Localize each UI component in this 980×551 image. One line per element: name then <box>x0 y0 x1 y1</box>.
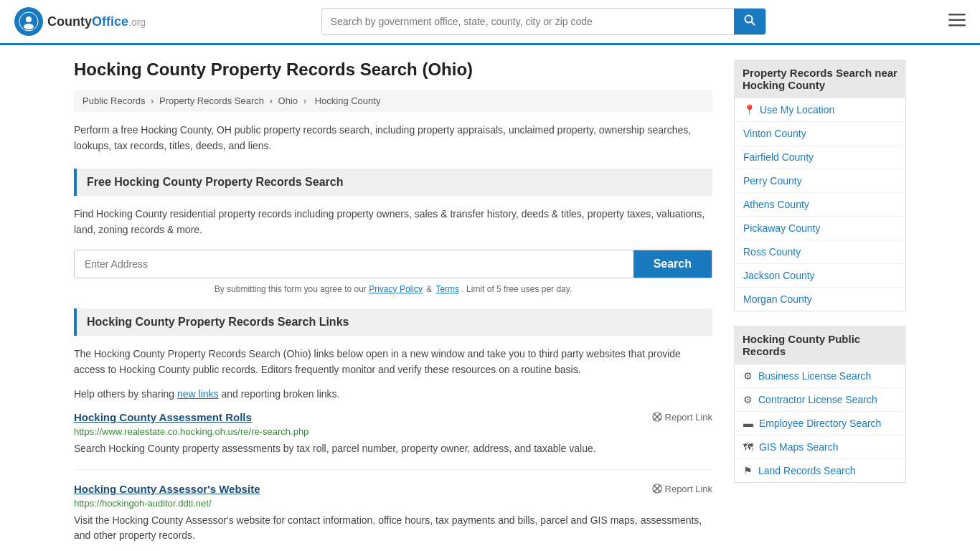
svg-point-3 <box>745 16 752 23</box>
report-link-button[interactable]: Report Link <box>652 484 712 494</box>
logo-area: CountyOffice.org <box>14 7 146 36</box>
public-records-list: ⚙ Business License Search ⚙ Contractor L… <box>734 364 906 483</box>
ross-county-link[interactable]: Ross County <box>743 246 801 258</box>
breadcrumb-current: Hocking County <box>315 95 381 106</box>
svg-line-4 <box>751 22 755 26</box>
free-search-desc: Find Hocking County residential property… <box>74 206 712 238</box>
page-title: Hocking County Property Records Search (… <box>74 60 712 80</box>
sidebar: Property Records Search near Hocking Cou… <box>734 60 906 551</box>
gear-icon: ⚙ <box>743 370 753 382</box>
new-links-link[interactable]: new links <box>177 388 219 400</box>
link-item: Hocking County Assessment Rolls Report L… <box>74 411 712 470</box>
logo-icon <box>14 7 43 36</box>
list-item: ⚙ Contractor License Search <box>735 388 905 412</box>
list-item: ⚙ Business License Search <box>735 364 905 388</box>
link-item-url: https://www.realestate.co.hocking.oh.us/… <box>74 426 712 437</box>
logo-text: CountyOffice.org <box>47 14 146 29</box>
perry-county-link[interactable]: Perry County <box>743 175 802 187</box>
athens-county-link[interactable]: Athens County <box>743 199 809 210</box>
nearby-counties-section: Property Records Search near Hocking Cou… <box>734 60 906 311</box>
link-item: Hocking County Assessor's Website Report… <box>74 483 712 551</box>
link-item-header: Hocking County Assessment Rolls Report L… <box>74 411 712 423</box>
land-icon: ⚑ <box>743 465 753 476</box>
fairfield-county-link[interactable]: Fairfield County <box>743 151 814 163</box>
breadcrumb-ohio[interactable]: Ohio <box>278 95 298 106</box>
public-records-header: Hocking County Public Records <box>734 326 906 364</box>
use-my-location-item[interactable]: 📍 Use My Location <box>735 98 905 122</box>
list-item: Jackson County <box>735 264 905 288</box>
vinton-county-link[interactable]: Vinton County <box>743 128 806 139</box>
directory-icon: ▬ <box>743 418 753 429</box>
links-section-header: Hocking County Property Records Search L… <box>74 309 712 336</box>
list-item: Morgan County <box>735 288 905 311</box>
employee-directory-link[interactable]: Employee Directory Search <box>759 418 881 429</box>
breadcrumb: Public Records › Property Records Search… <box>74 90 712 112</box>
global-search-bar[interactable] <box>321 8 766 35</box>
global-search-button[interactable] <box>734 9 765 34</box>
link-item-url: https://hockingoh-auditor.ddti.net/ <box>74 498 712 509</box>
list-item: Fairfield County <box>735 146 905 169</box>
link-item-desc: Search Hocking County property assessmen… <box>74 441 712 456</box>
list-item: ▬ Employee Directory Search <box>735 412 905 435</box>
nearby-counties-list: 📍 Use My Location Vinton County Fairfiel… <box>734 98 906 311</box>
page-container: Hocking County Property Records Search (… <box>60 45 920 551</box>
location-icon: 📍 <box>743 104 755 116</box>
links-share-text: Help others by sharing new links and rep… <box>74 386 712 402</box>
breadcrumb-property-records-search[interactable]: Property Records Search <box>159 95 264 106</box>
header: CountyOffice.org <box>0 0 980 45</box>
main-content: Hocking County Property Records Search (… <box>74 60 712 551</box>
svg-point-1 <box>26 17 32 22</box>
map-icon: 🗺 <box>743 441 753 453</box>
terms-link[interactable]: Terms <box>435 284 459 294</box>
links-intro: The Hocking County Property Records Sear… <box>74 346 712 378</box>
list-item: 🗺 GIS Maps Search <box>735 435 905 459</box>
jackson-county-link[interactable]: Jackson County <box>743 270 815 281</box>
gis-maps-link[interactable]: GIS Maps Search <box>759 441 839 453</box>
list-item: ⚑ Land Records Search <box>735 459 905 482</box>
svg-rect-7 <box>948 24 966 27</box>
list-item: Athens County <box>735 193 905 217</box>
list-item: Ross County <box>735 240 905 264</box>
svg-rect-6 <box>948 19 966 22</box>
list-item: Pickaway County <box>735 217 905 240</box>
address-search-form: Search <box>74 250 712 278</box>
search-button[interactable]: Search <box>633 250 712 278</box>
link-item-header: Hocking County Assessor's Website Report… <box>74 483 712 495</box>
intro-text: Perform a free Hocking County, OH public… <box>74 122 712 154</box>
land-records-link[interactable]: Land Records Search <box>758 465 855 476</box>
public-records-section: Hocking County Public Records ⚙ Business… <box>734 326 906 483</box>
privacy-policy-link[interactable]: Privacy Policy <box>369 284 423 294</box>
contractor-license-link[interactable]: Contractor License Search <box>758 394 877 405</box>
form-disclaimer: By submitting this form you agree to our… <box>74 284 712 294</box>
address-input[interactable] <box>75 250 633 278</box>
nearby-header: Property Records Search near Hocking Cou… <box>734 60 906 98</box>
pickaway-county-link[interactable]: Pickaway County <box>743 222 820 234</box>
list-item: Perry County <box>735 169 905 193</box>
business-license-link[interactable]: Business License Search <box>758 370 871 382</box>
links-section: The Hocking County Property Records Sear… <box>74 346 712 551</box>
svg-rect-5 <box>948 14 966 16</box>
gear-icon: ⚙ <box>743 394 753 405</box>
hamburger-menu[interactable] <box>948 12 966 31</box>
morgan-county-link[interactable]: Morgan County <box>743 293 812 305</box>
list-item: Vinton County <box>735 122 905 146</box>
link-item-desc: Visit the Hocking County Assessor's webs… <box>74 513 712 543</box>
link-item-title[interactable]: Hocking County Assessor's Website <box>74 483 260 495</box>
use-my-location-link[interactable]: Use My Location <box>760 104 834 116</box>
free-search-header: Free Hocking County Property Records Sea… <box>74 169 712 196</box>
svg-point-2 <box>24 24 34 29</box>
global-search-input[interactable] <box>322 10 734 33</box>
link-item-title[interactable]: Hocking County Assessment Rolls <box>74 411 252 423</box>
breadcrumb-public-records[interactable]: Public Records <box>83 95 145 106</box>
report-link-button[interactable]: Report Link <box>652 412 712 423</box>
